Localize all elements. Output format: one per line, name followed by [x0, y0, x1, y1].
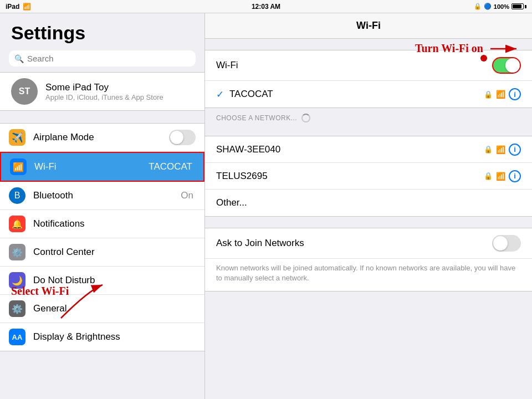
sidebar-item-notifications[interactable]: 🔔 Notifications: [0, 210, 204, 238]
status-time: 12:03 AM: [252, 3, 280, 11]
wifi-toggle-section: Wi-Fi ✓ TACOCAT 🔒 📶 i: [205, 50, 532, 108]
signal-icon: 📶: [496, 90, 505, 99]
telus-signal-icon: 📶: [496, 172, 505, 181]
airplane-icon: ✈️: [9, 129, 25, 146]
avatar: ST: [11, 78, 38, 105]
sidebar-item-display[interactable]: AA Display & Brightness: [0, 323, 204, 351]
sidebar-item-donotdisturb[interactable]: 🌙 Do Not Disturb: [0, 267, 204, 295]
loading-spinner: [301, 114, 310, 122]
status-bar: iPad 📶 12:03 AM 🔒 🔵 100%: [0, 0, 532, 13]
display-label: Display & Brightness: [33, 331, 196, 342]
network-row-telus[interactable]: TELUS2695 🔒 📶 i: [205, 163, 532, 190]
network-telus-name: TELUS2695: [216, 171, 484, 182]
network-row-shaw[interactable]: SHAW-3EE040 🔒 📶 i: [205, 136, 532, 163]
wifi-value: TACOCAT: [149, 161, 192, 172]
wifi-page-header: Wi-Fi: [205, 13, 532, 39]
user-subtitle: Apple ID, iCloud, iTunes & App Store: [45, 93, 163, 101]
ask-to-join-description: Known networks will be joined automatica…: [205, 259, 532, 291]
main-layout: Settings 🔍 ST Some iPad Toy Apple ID, iC…: [0, 13, 532, 399]
lock-icon: 🔒: [484, 90, 493, 99]
user-section[interactable]: ST Some iPad Toy Apple ID, iCloud, iTune…: [0, 72, 204, 111]
battery-percent: 100%: [494, 3, 509, 10]
wifi-label: Wi-Fi: [34, 161, 141, 172]
sidebar-item-general[interactable]: ⚙️ General: [0, 295, 204, 323]
ask-to-join-section: Ask to Join Networks Known networks will…: [205, 228, 532, 291]
status-left: iPad 📶: [6, 3, 31, 11]
search-input[interactable]: [27, 54, 190, 63]
sidebar: Settings 🔍 ST Some iPad Toy Apple ID, iC…: [0, 13, 205, 399]
status-right: 🔒 🔵 100%: [474, 3, 526, 10]
connected-network-icons: 🔒 📶 i: [484, 88, 521, 100]
settings-title: Settings: [0, 13, 204, 48]
content-panel: Wi-Fi Wi-Fi ✓ TACOCAT 🔒 📶 i: [205, 13, 532, 291]
bluetooth-value: On: [181, 190, 193, 201]
choose-network-header: CHOOSE A NETWORK...: [205, 108, 532, 125]
battery-indicator: [511, 3, 526, 9]
connected-network-row[interactable]: ✓ TACOCAT 🔒 📶 i: [205, 81, 532, 108]
donotdisturb-label: Do Not Disturb: [33, 275, 196, 286]
sidebar-item-controlcenter[interactable]: ⚙️ Control Center: [0, 238, 204, 267]
user-name: Some iPad Toy: [45, 82, 163, 93]
ipad-label: iPad: [6, 3, 19, 11]
telus-info-icon[interactable]: i: [509, 170, 521, 182]
general-label: General: [33, 303, 196, 314]
wifi-icon: 📶: [10, 158, 27, 175]
user-info: Some iPad Toy Apple ID, iCloud, iTunes &…: [45, 82, 163, 101]
display-icon: AA: [9, 329, 25, 345]
notifications-label: Notifications: [33, 218, 196, 229]
connected-network-name: TACOCAT: [229, 89, 484, 100]
network-shaw-name: SHAW-3EE040: [216, 144, 484, 155]
search-bar[interactable]: 🔍: [9, 50, 196, 66]
bluetooth-icon: B: [9, 187, 25, 204]
search-icon: 🔍: [14, 54, 24, 63]
shaw-info-icon[interactable]: i: [509, 144, 521, 156]
screen-icon: 🔒: [474, 3, 482, 10]
wifi-main-label: Wi-Fi: [216, 60, 492, 71]
airplane-label: Airplane Mode: [33, 132, 161, 143]
other-label: Other...: [216, 197, 521, 208]
telus-lock-icon: 🔒: [484, 172, 493, 180]
notifications-icon: 🔔: [9, 216, 25, 232]
settings-group: ✈️ Airplane Mode 📶 Wi-Fi TACOCAT B Bluet…: [0, 123, 204, 351]
sidebar-item-bluetooth[interactable]: B Bluetooth On: [0, 182, 204, 210]
shaw-signal-icon: 📶: [496, 145, 505, 154]
choose-network-label: CHOOSE A NETWORK...: [216, 114, 297, 122]
donotdisturb-icon: 🌙: [9, 272, 25, 289]
info-icon[interactable]: i: [509, 88, 521, 100]
telus-icons: 🔒 📶 i: [484, 170, 521, 182]
ask-to-join-toggle[interactable]: [492, 235, 521, 252]
shaw-icons: 🔒 📶 i: [484, 144, 521, 156]
general-icon: ⚙️: [9, 300, 25, 317]
wifi-toggle[interactable]: [492, 57, 521, 74]
sidebar-item-airplane[interactable]: ✈️ Airplane Mode: [0, 124, 204, 152]
wifi-main-row: Wi-Fi: [205, 50, 532, 81]
wifi-status-icon: 📶: [23, 3, 31, 11]
airplane-toggle[interactable]: [169, 130, 196, 145]
other-networks-row[interactable]: Other...: [205, 190, 532, 216]
ask-to-join-label: Ask to Join Networks: [216, 238, 492, 249]
shaw-lock-icon: 🔒: [484, 145, 493, 154]
controlcenter-label: Control Center: [33, 247, 196, 258]
sidebar-item-wifi[interactable]: 📶 Wi-Fi TACOCAT: [0, 152, 204, 182]
controlcenter-icon: ⚙️: [9, 244, 25, 260]
bluetooth-label: Bluetooth: [33, 190, 173, 201]
available-networks-section: SHAW-3EE040 🔒 📶 i TELUS2695 🔒 📶 i: [205, 136, 532, 217]
checkmark-icon: ✓: [216, 89, 224, 100]
bluetooth-status-icon: 🔵: [484, 3, 492, 10]
ask-to-join-row: Ask to Join Networks: [205, 228, 532, 259]
content-wrapper: Wi-Fi Wi-Fi ✓ TACOCAT 🔒 📶 i: [205, 13, 532, 399]
